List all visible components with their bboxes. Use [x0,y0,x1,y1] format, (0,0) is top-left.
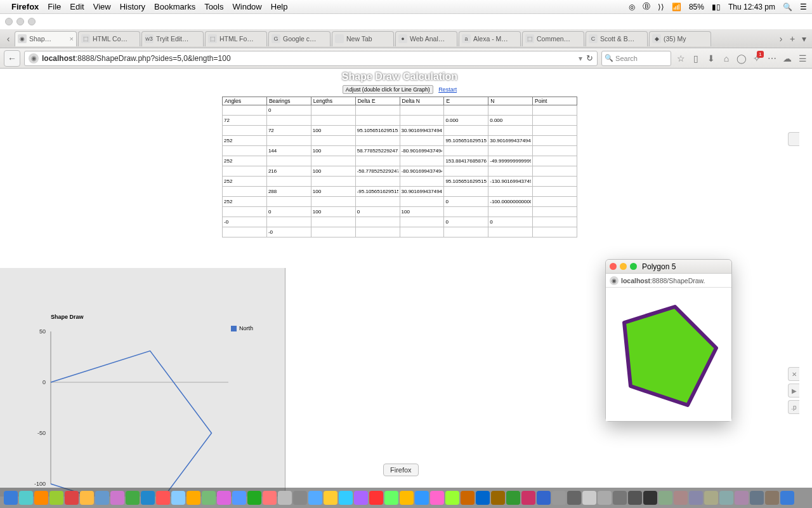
dock-app-icon[interactable] [430,491,444,505]
cell-input[interactable] [311,126,355,135]
cell-input[interactable] [356,187,400,196]
dock-app-icon[interactable] [4,491,18,505]
bookmark-star-icon[interactable]: ☆ [675,53,686,64]
cell-input[interactable] [533,207,577,217]
cell-input[interactable] [311,177,355,186]
tab-scroll-right[interactable]: › [775,34,787,44]
cell-input[interactable] [311,166,355,176]
dock-app-icon[interactable] [704,491,718,505]
cell-input[interactable] [400,227,444,237]
cell-input[interactable] [356,146,400,156]
cell-input[interactable] [400,217,444,227]
menu-history[interactable]: History [120,2,145,11]
adjust-button[interactable]: Adjust (double click for Line Graph) [343,85,433,94]
url-bar[interactable]: ◉ localhost:8888/ShapeDraw.php?sides=5,0… [24,51,598,66]
cell-input[interactable] [444,217,488,227]
menu-window[interactable]: Window [233,2,262,11]
cell-input[interactable] [223,116,266,125]
dock-app-icon[interactable] [65,491,79,505]
sync-icon[interactable]: ◯ [736,53,747,64]
cell-input[interactable] [356,217,400,227]
dock-app-icon[interactable] [613,491,627,505]
cell-input[interactable] [533,136,577,145]
menu-tools[interactable]: Tools [204,2,223,11]
cell-input[interactable] [267,227,311,237]
cell-input[interactable] [356,156,400,166]
cell-input[interactable] [311,197,355,206]
cell-input[interactable] [400,136,444,145]
cell-input[interactable] [223,126,266,135]
dock-app-icon[interactable] [719,491,733,505]
dock-app-icon[interactable] [293,491,307,505]
cell-input[interactable] [488,156,532,166]
cell-input[interactable] [444,207,488,217]
cell-input[interactable] [311,217,355,227]
cell-input[interactable] [267,156,311,166]
polygon-popup-window[interactable]: Polygon 5 ◉ localhost:8888/ShapeDraw. [605,259,732,422]
tab-close-icon[interactable]: × [70,35,74,43]
dock-app-icon[interactable] [461,491,475,505]
app-name[interactable]: Firefox [11,2,39,11]
restart-link[interactable]: Restart [438,86,457,93]
browser-tab[interactable]: CScott & B… [586,31,648,46]
cell-input[interactable] [267,126,311,135]
back-button[interactable]: ← [4,50,20,67]
dock-app-icon[interactable] [324,491,337,505]
addon-icon[interactable]: ⋯ [766,53,778,64]
cell-input[interactable] [356,197,400,206]
cell-input[interactable] [488,146,532,156]
downloads-icon[interactable]: ⬇ [705,53,717,64]
cell-input[interactable] [488,217,532,227]
dock-app-icon[interactable] [339,491,353,505]
pocket-icon[interactable]: ▯ [690,53,702,64]
cell-input[interactable] [444,166,488,176]
dock-app-icon[interactable] [369,491,383,505]
cell-input[interactable] [267,197,311,206]
cell-input[interactable] [311,136,355,145]
cell-input[interactable] [223,105,266,115]
search-box[interactable]: 🔍 Search [601,51,671,66]
cell-input[interactable] [267,166,311,176]
cell-input[interactable] [311,156,355,166]
dock-app-icon[interactable] [521,491,535,505]
dock-app-icon[interactable] [34,491,48,505]
dock-app-icon[interactable] [765,491,779,505]
line-chart[interactable]: 500-50-100 [0,268,285,497]
cell-input[interactable] [488,136,532,145]
popup-zoom[interactable] [630,263,637,270]
cell-input[interactable] [267,187,311,196]
cell-input[interactable] [267,116,311,125]
browser-tab[interactable]: GGoogle c… [268,31,331,46]
dock-app-icon[interactable] [674,491,688,505]
cell-input[interactable] [444,146,488,156]
cell-input[interactable] [533,126,577,135]
cell-input[interactable] [488,166,532,176]
status-icon[interactable]: ◎ [629,3,635,11]
spotlight-icon[interactable]: 🔍 [783,3,792,11]
window-close[interactable] [5,18,13,25]
window-zoom[interactable] [28,18,36,25]
cell-input[interactable] [533,105,577,115]
cell-input[interactable] [223,166,266,176]
cell-input[interactable] [267,146,311,156]
dock-app-icon[interactable] [476,491,490,505]
dock-app-icon[interactable] [247,491,261,505]
cell-input[interactable] [223,187,266,196]
cell-input[interactable] [400,187,444,196]
dock-app-icon[interactable] [49,491,63,505]
status-icon[interactable]: ⟩⟩ [658,3,664,11]
dock-app-icon[interactable] [689,491,703,505]
dock-app-icon[interactable] [750,491,764,505]
cell-input[interactable] [311,187,355,196]
cell-input[interactable] [267,207,311,217]
cell-input[interactable] [356,105,400,115]
dock-app-icon[interactable] [567,491,581,505]
dock-app-icon[interactable] [506,491,520,505]
cell-input[interactable] [444,187,488,196]
browser-tab[interactable]: ⬚Commen… [522,31,584,46]
cell-input[interactable] [400,177,444,186]
dock-app-icon[interactable] [780,491,794,505]
cell-input[interactable] [533,217,577,227]
tab-scroll-left[interactable]: ‹ [3,34,14,44]
cell-input[interactable] [400,146,444,156]
